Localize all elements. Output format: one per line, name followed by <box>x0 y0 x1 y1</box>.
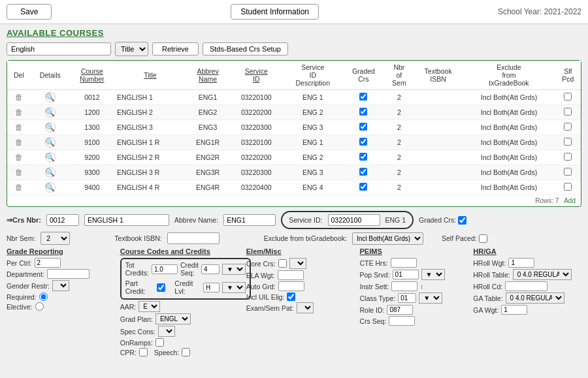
slf-pcd-row-checkbox[interactable] <box>564 108 572 116</box>
trash-icon[interactable]: 🗑 <box>15 138 23 147</box>
slf-pcd-cell[interactable] <box>555 105 581 120</box>
credit-lvl-select[interactable]: ▼ <box>222 282 246 293</box>
slf-pcd-row-checkbox[interactable] <box>564 183 572 191</box>
department-input[interactable] <box>47 269 90 279</box>
details-cell[interactable]: 🔍 <box>31 90 70 105</box>
incl-uil-elig-checkbox[interactable] <box>287 292 295 301</box>
self-paced-checkbox[interactable] <box>479 234 487 243</box>
pop-srvd-select[interactable]: ▼ <box>421 269 445 280</box>
details-cell[interactable]: 🔍 <box>31 165 70 180</box>
speech-checkbox[interactable] <box>182 348 190 356</box>
auto-grd-input[interactable] <box>278 281 304 291</box>
stds-based-setup-button[interactable]: Stds-Based Crs Setup <box>203 42 288 55</box>
retrieve-button[interactable]: Retrieve <box>152 42 199 55</box>
instr-sett-input[interactable] <box>391 281 417 291</box>
aar-select[interactable]: E <box>139 301 160 312</box>
del-cell[interactable]: 🗑 <box>7 180 31 195</box>
trash-icon[interactable]: 🗑 <box>15 93 23 102</box>
exclude-select[interactable]: Incl Both(Att Grds) <box>352 232 423 245</box>
slf-pcd-row-checkbox[interactable] <box>564 123 572 131</box>
del-cell[interactable]: 🗑 <box>7 105 31 120</box>
crs-seq-input[interactable] <box>389 316 415 326</box>
core-crs-checkbox[interactable] <box>278 259 287 268</box>
grad-plan-select[interactable]: ENGL <box>155 313 191 324</box>
slf-pcd-cell[interactable] <box>555 135 581 150</box>
cte-hrs-input[interactable] <box>391 258 417 268</box>
del-cell[interactable]: 🗑 <box>7 90 31 105</box>
search-icon[interactable]: 🔍 <box>45 107 56 118</box>
credit-lvl-input[interactable] <box>203 283 220 292</box>
hroll-cd-input[interactable] <box>505 281 547 291</box>
details-cell[interactable]: 🔍 <box>31 120 70 135</box>
graded-crs-cell[interactable] <box>342 120 385 135</box>
graded-crs-cell[interactable] <box>342 105 385 120</box>
graded-crs-row-checkbox[interactable] <box>359 93 367 101</box>
slf-pcd-row-checkbox[interactable] <box>564 138 572 146</box>
graded-crs-row-checkbox[interactable] <box>359 168 367 176</box>
title-input[interactable] <box>84 214 169 226</box>
graded-crs-row-checkbox[interactable] <box>359 138 367 146</box>
graded-crs-row-checkbox[interactable] <box>359 153 367 161</box>
del-cell[interactable]: 🗑 <box>7 120 31 135</box>
pop-srvd-input[interactable] <box>393 270 419 279</box>
crs-nbr-input[interactable] <box>46 214 79 226</box>
student-info-button[interactable]: Student Information <box>231 4 319 20</box>
hroll-table-select[interactable]: 0 4.0 REGULAR <box>513 269 572 280</box>
service-id-input[interactable] <box>328 214 380 226</box>
credit-seq-input[interactable] <box>201 264 220 274</box>
role-id-input[interactable] <box>387 305 413 315</box>
ela-wgt-input[interactable] <box>278 270 304 280</box>
graded-crs-cell[interactable] <box>342 135 385 150</box>
trash-icon[interactable]: 🗑 <box>15 153 23 162</box>
elective-radio[interactable] <box>35 302 44 311</box>
graded-crs-row-checkbox[interactable] <box>359 183 367 191</box>
slf-pcd-row-checkbox[interactable] <box>564 153 572 161</box>
trash-icon[interactable]: 🗑 <box>15 183 23 192</box>
add-link[interactable]: Add <box>564 197 576 204</box>
save-button[interactable]: Save <box>7 4 52 20</box>
slf-pcd-row-checkbox[interactable] <box>564 93 572 101</box>
spec-cons-select[interactable] <box>158 326 175 337</box>
hroll-wgt-input[interactable] <box>508 258 534 268</box>
graded-crs-checkbox[interactable] <box>458 216 466 225</box>
search-icon[interactable]: 🔍 <box>45 182 56 193</box>
class-type-select[interactable]: ▼ <box>419 292 442 304</box>
slf-pcd-cell[interactable] <box>555 120 581 135</box>
details-cell[interactable]: 🔍 <box>31 150 70 165</box>
graded-crs-cell[interactable] <box>342 90 385 105</box>
gender-restr-select[interactable] <box>52 280 69 291</box>
del-cell[interactable]: 🗑 <box>7 150 31 165</box>
slf-pcd-row-checkbox[interactable] <box>564 168 572 176</box>
search-icon[interactable]: 🔍 <box>45 122 56 133</box>
filter-text-input[interactable] <box>7 42 111 55</box>
tot-credits-input[interactable] <box>152 264 178 274</box>
credit-seq-select[interactable]: ▼ <box>222 264 246 275</box>
per-ctrl-input[interactable] <box>35 258 61 268</box>
graded-crs-cell[interactable] <box>342 165 385 180</box>
del-cell[interactable]: 🗑 <box>7 165 31 180</box>
trash-icon[interactable]: 🗑 <box>15 168 23 177</box>
required-radio[interactable] <box>39 292 48 301</box>
details-cell[interactable]: 🔍 <box>31 180 70 195</box>
class-type-input[interactable] <box>398 293 416 303</box>
part-credit-checkbox[interactable] <box>157 283 165 292</box>
trash-icon[interactable]: 🗑 <box>15 108 23 117</box>
graded-crs-row-checkbox[interactable] <box>359 123 367 131</box>
filter-type-select[interactable]: Title <box>115 42 148 56</box>
slf-pcd-cell[interactable] <box>555 150 581 165</box>
search-icon[interactable]: 🔍 <box>45 152 56 163</box>
exam-sem-pat-select[interactable] <box>297 302 314 313</box>
nbr-sem-select[interactable]: 2 <box>41 232 70 245</box>
ga-table-select[interactable]: 0 4.0 REGULAR <box>506 292 564 304</box>
slf-pcd-cell[interactable] <box>555 180 581 195</box>
graded-crs-cell[interactable] <box>342 180 385 195</box>
textbook-isbn-input[interactable] <box>167 232 220 244</box>
search-icon[interactable]: 🔍 <box>45 137 56 148</box>
slf-pcd-cell[interactable] <box>555 165 581 180</box>
search-icon[interactable]: 🔍 <box>45 92 56 102</box>
cpr-checkbox[interactable] <box>139 348 148 356</box>
details-cell[interactable]: 🔍 <box>31 105 70 120</box>
details-cell[interactable]: 🔍 <box>31 135 70 150</box>
core-crs-select[interactable] <box>289 258 306 269</box>
del-cell[interactable]: 🗑 <box>7 135 31 150</box>
